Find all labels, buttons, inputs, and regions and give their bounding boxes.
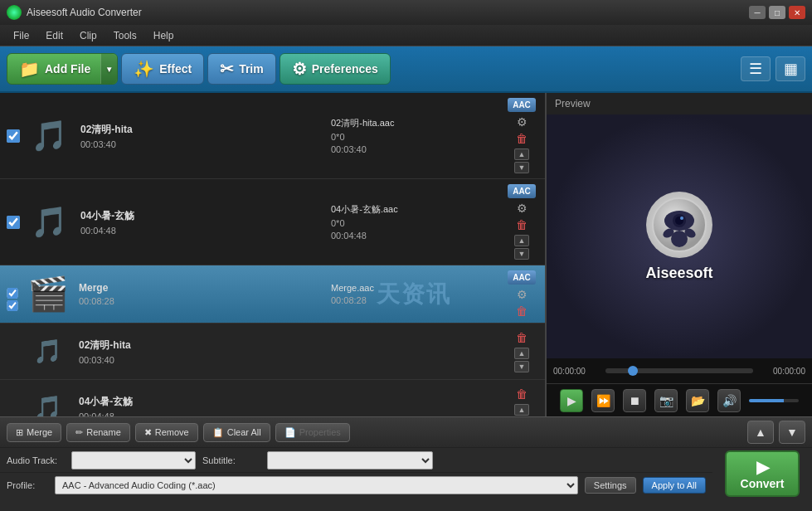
grid-view-button[interactable]: ▦	[776, 56, 805, 81]
remove-icon: ✖	[144, 427, 152, 438]
sub-scroll-1: ▲ ▼	[514, 348, 529, 372]
audio-track-select[interactable]	[71, 451, 196, 470]
clear-all-label: Clear All	[227, 427, 261, 437]
table-row-sub1: 🎵 02清明-hita 00:03:40 🗑 ▲ ▼	[0, 324, 545, 380]
close-button[interactable]: ✕	[789, 6, 805, 19]
list-view-button[interactable]: ☰	[741, 56, 771, 81]
effect-icon: ✨	[134, 59, 154, 79]
preview-logo: Aiseesoft	[645, 192, 712, 282]
scroll-up-nav[interactable]: ▲	[747, 421, 774, 444]
settings-icon-1[interactable]: ⚙	[517, 115, 528, 129]
file-checkbox-1[interactable]	[7, 129, 20, 143]
remove-button[interactable]: ✖ Remove	[135, 423, 198, 442]
forward-button[interactable]: ⏩	[591, 389, 615, 412]
file-checkbox-2[interactable]	[7, 216, 20, 229]
file-list: 🎵 02清明-hita 00:03:40 02清明-hita.aac 0*0 0…	[0, 93, 547, 416]
file-info-1: 02清明-hita 00:03:40	[80, 123, 331, 149]
audio-track-label: Audio Track:	[7, 455, 65, 465]
delete-icon-1[interactable]: 🗑	[516, 132, 528, 145]
menu-help[interactable]: Help	[147, 28, 181, 43]
sub-scroll-up-2[interactable]: ▲	[514, 404, 529, 416]
maximize-button[interactable]: □	[769, 6, 785, 19]
toolbar: 📁 Add File ▼ ✨ Effect ✂ Trim ⚙ Preferenc…	[0, 46, 812, 93]
add-file-button[interactable]: 📁 Add File ▼	[7, 53, 118, 85]
table-row: 🎵 02清明-hita 00:03:40 02清明-hita.aac 0*0 0…	[0, 93, 545, 179]
menu-edit[interactable]: Edit	[39, 28, 70, 43]
play-button[interactable]: ▶	[560, 389, 583, 412]
stop-button[interactable]: ⏹	[623, 389, 646, 412]
sub-music-icon-1: 🎵	[33, 338, 62, 365]
properties-label: Properties	[299, 427, 341, 437]
volume-button[interactable]: 🔊	[717, 389, 741, 412]
properties-button[interactable]: 📄 Properties	[275, 423, 350, 442]
minimize-button[interactable]: ─	[749, 6, 766, 19]
clear-all-button[interactable]: 📋 Clear All	[203, 423, 270, 442]
file-name-2: 04小暑-玄觞	[80, 209, 331, 223]
sub-duration-2: 00:04:48	[79, 411, 331, 417]
scroll-arrows-1: ▲ ▼	[514, 148, 529, 173]
sub-delete-1[interactable]: 🗑	[516, 331, 528, 344]
profile-select[interactable]: AAC - Advanced Audio Coding (*.aac)	[55, 476, 578, 494]
progress-bar[interactable]	[605, 368, 753, 373]
sub-info-1: 02清明-hita 00:03:40	[79, 338, 331, 365]
title-bar: Aiseesoft Audio Converter ─ □ ✕	[0, 0, 812, 25]
merge-thumb: 🎬	[25, 271, 71, 317]
bottom-left: Audio Track: Subtitle: Profile: AAC - Ad…	[0, 448, 712, 499]
convert-label: Convert	[741, 477, 785, 490]
sub-delete-2[interactable]: 🗑	[516, 387, 528, 401]
settings-bar: Audio Track: Subtitle:	[0, 448, 712, 473]
scroll-down-2[interactable]: ▼	[514, 248, 529, 260]
merge-settings-icon[interactable]: ⚙	[517, 288, 528, 301]
settings-icon-2[interactable]: ⚙	[517, 202, 528, 215]
file-thumb-1: 🎵	[27, 113, 72, 158]
effect-button[interactable]: ✨ Effect	[121, 53, 204, 85]
subtitle-label: Subtitle:	[202, 455, 260, 465]
settings-button[interactable]: Settings	[585, 477, 636, 494]
clear-icon: 📋	[212, 427, 224, 438]
progress-thumb	[628, 366, 638, 376]
file-actions-2: AAC ⚙ 🗑 ▲ ▼	[505, 184, 538, 260]
scroll-down-1[interactable]: ▼	[514, 162, 529, 173]
merge-file-icon: 🎬	[27, 275, 69, 314]
sub-name-1: 02清明-hita	[79, 338, 331, 353]
logo-circle	[646, 192, 712, 258]
menu-tools[interactable]: Tools	[107, 28, 143, 43]
apply-all-button[interactable]: Apply to All	[643, 477, 706, 494]
merge-button[interactable]: ⊞ Merge	[7, 423, 61, 442]
volume-slider[interactable]	[749, 399, 799, 402]
merge-delete-icon[interactable]: 🗑	[516, 304, 528, 318]
preview-time-end: 00:00:00	[760, 367, 805, 376]
preferences-button[interactable]: ⚙ Preferences	[280, 53, 391, 85]
merge-outer-checkbox[interactable]	[7, 288, 18, 299]
bottom-section: Audio Track: Subtitle: Profile: AAC - Ad…	[0, 448, 812, 499]
sub-scroll-down-1[interactable]: ▼	[514, 361, 529, 372]
scroll-up-2[interactable]: ▲	[514, 235, 529, 246]
menu-clip[interactable]: Clip	[73, 28, 104, 43]
subtitle-select[interactable]	[267, 451, 433, 470]
screenshot-button[interactable]: 📷	[654, 389, 678, 412]
scroll-up-1[interactable]: ▲	[514, 148, 529, 160]
menu-file[interactable]: File	[7, 28, 36, 43]
preview-label: Preview	[547, 93, 812, 114]
add-file-arrow[interactable]: ▼	[100, 54, 117, 84]
scroll-down-nav[interactable]: ▼	[779, 421, 805, 444]
folder-button[interactable]: 📂	[686, 389, 709, 412]
preview-progress: 00:00:00 00:00:00	[547, 358, 812, 383]
trim-button[interactable]: ✂ Trim	[207, 53, 276, 85]
preview-panel: Preview	[547, 93, 812, 416]
svg-point-4	[680, 217, 683, 220]
rename-button[interactable]: ✏ Rename	[66, 423, 130, 442]
preview-video: Aiseesoft	[547, 114, 812, 358]
output-size-1: 0*0	[331, 132, 497, 142]
window-controls: ─ □ ✕	[749, 6, 805, 19]
merge-inner-checkbox[interactable]	[7, 300, 18, 311]
sub-name-2: 04小暑-玄觞	[79, 395, 331, 409]
delete-icon-2[interactable]: 🗑	[516, 218, 528, 231]
sub-scroll-up-1[interactable]: ▲	[514, 348, 529, 359]
output-size-2: 0*0	[331, 218, 497, 228]
properties-icon: 📄	[284, 427, 296, 438]
rename-icon: ✏	[75, 427, 83, 438]
merge-info: Merge 00:08:28	[79, 282, 331, 306]
logo-svg	[650, 196, 708, 254]
convert-button[interactable]: ▶ Convert	[725, 450, 800, 497]
